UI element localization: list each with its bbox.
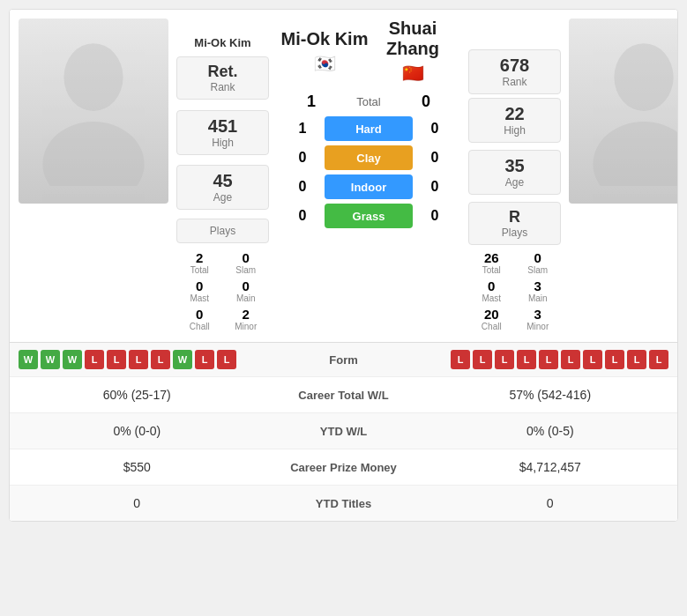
surface-right-score-indoor: 0 [413,179,457,195]
right-age-box: 35 Age [468,150,561,195]
form-label: Form [279,352,408,367]
left-player-photo [19,19,168,204]
left-player-name: Mi-Ok Kim [194,36,250,49]
data-rows: 60% (25-17) Career Total W/L 57% (542-41… [10,376,677,521]
data-right-1: 0% (0-5) [432,424,669,438]
right-mast-cell: 0 Mast [468,277,515,305]
left-main-cell: 0 Main [223,277,270,305]
surface-row-hard: 1 Hard 0 [280,116,457,141]
right-form-badge-7: L [605,350,624,369]
right-slam-cell: 0 Slam [515,249,562,277]
left-form-badge-7: W [173,350,192,369]
left-form-badge-1: W [41,350,60,369]
right-high-label: High [473,124,556,137]
surface-row-grass: 0 Grass 0 [280,204,457,228]
surface-rows: 1 Hard 0 0 Clay 0 0 Indoor 0 0 Grass 0 [280,116,457,233]
right-rank-label: Rank [473,76,556,88]
surface-row-clay: 0 Clay 0 [280,145,457,170]
left-slam-cell: 0 Slam [223,249,270,277]
right-rank-value: 678 [473,56,556,76]
left-minor-cell: 2 Minor [223,305,270,333]
data-row: 60% (25-17) Career Total W/L 57% (542-41… [10,376,677,412]
surface-left-score-hard: 1 [280,121,325,137]
surface-btn-indoor: Indoor [325,174,413,199]
left-form-badges: WWWLLLLWLL [19,350,279,369]
left-total-cell: 2 Total [176,249,223,277]
left-plays-label: Plays [181,225,265,237]
right-rank-box: 678 Rank [468,49,561,94]
left-mast-cell: 0 Mast [176,277,223,305]
right-name-heading: Shuai Zhang 🇨🇳 [369,19,457,84]
left-flag: 🇰🇷 [314,53,336,74]
right-stats-grid: 26 Total 0 Slam 0 Mast 3 Main 20 Chall [468,249,561,333]
data-right-2: $4,712,457 [432,460,669,474]
right-high-box: 22 High [468,98,561,143]
data-center-1: YTD W/L [256,425,432,438]
svg-point-2 [614,43,673,111]
right-plays-value: R [473,208,556,226]
left-rank-box: Ret. Rank [176,56,269,100]
left-age-box: 45 Age [176,165,269,210]
right-form-badge-3: L [517,350,536,369]
right-chall-cell: 20 Chall [468,305,515,333]
left-rank-label: Rank [181,81,265,93]
surface-btn-clay: Clay [325,145,413,170]
data-center-2: Career Prize Money [256,461,432,474]
data-row: 0 YTD Titles 0 [10,485,677,521]
surface-right-score-grass: 0 [413,208,457,224]
right-form-badge-4: L [539,350,558,369]
left-form-badge-2: W [63,350,82,369]
surface-left-score-grass: 0 [280,208,325,224]
player-section: Mi-Ok Kim Ret. Rank 451 High 45 Age Play… [10,10,677,342]
svg-point-0 [63,43,123,111]
right-flag: 🇨🇳 [402,63,424,84]
right-high-value: 22 [473,104,556,124]
surface-btn-grass: Grass [325,204,413,228]
right-form-badge-6: L [583,350,602,369]
right-age-value: 35 [473,156,556,176]
right-form-badges: LLLLLLLLLL [408,350,668,369]
center-panel: Mi-Ok Kim 🇰🇷 Shuai Zhang 🇨🇳 1 Total 0 [277,19,460,333]
left-form-badge-5: L [129,350,148,369]
surface-left-score-clay: 0 [280,150,325,166]
left-age-value: 45 [181,171,265,191]
left-age-label: Age [181,191,265,204]
right-plays-box: R Plays [468,202,561,245]
total-row: 1 Total 0 [280,93,457,111]
data-left-1: 0% (0-0) [19,424,256,438]
data-center-0: Career Total W/L [256,389,432,402]
right-total-cell: 26 Total [468,249,515,277]
right-player-photo [569,19,678,204]
svg-point-3 [593,122,678,186]
right-form-badge-2: L [495,350,514,369]
form-section: WWWLLLLWLL Form LLLLLLLLLL [10,342,677,376]
data-right-3: 0 [432,496,669,510]
right-form-badge-8: L [627,350,646,369]
surface-right-score-clay: 0 [413,150,457,166]
right-total-score: 0 [404,93,448,111]
main-card: Mi-Ok Kim Ret. Rank 451 High 45 Age Play… [9,9,678,522]
right-age-label: Age [473,176,556,189]
data-right-0: 57% (542-416) [432,388,669,402]
surface-right-score-hard: 0 [413,121,457,137]
left-form-badge-4: L [107,350,126,369]
data-left-3: 0 [19,496,256,510]
left-name-heading: Mi-Ok Kim 🇰🇷 [280,29,369,74]
left-form-badge-9: L [217,350,236,369]
right-main-cell: 3 Main [515,277,562,305]
left-form-badge-6: L [151,350,170,369]
left-high-box: 451 High [176,110,269,155]
left-form-badge-3: L [85,350,104,369]
data-center-3: YTD Titles [256,497,432,510]
surface-left-score-indoor: 0 [280,179,325,195]
right-form-badge-0: L [451,350,470,369]
right-form-badge-9: L [649,350,668,369]
right-form-badge-1: L [473,350,492,369]
left-chall-cell: 0 Chall [176,305,223,333]
data-row: 0% (0-0) YTD W/L 0% (0-5) [10,412,677,449]
right-plays-label: Plays [473,226,556,239]
left-plays-box: Plays [176,219,269,243]
left-rank-value: Ret. [181,63,265,81]
right-form-badge-5: L [561,350,580,369]
svg-point-1 [42,122,144,186]
